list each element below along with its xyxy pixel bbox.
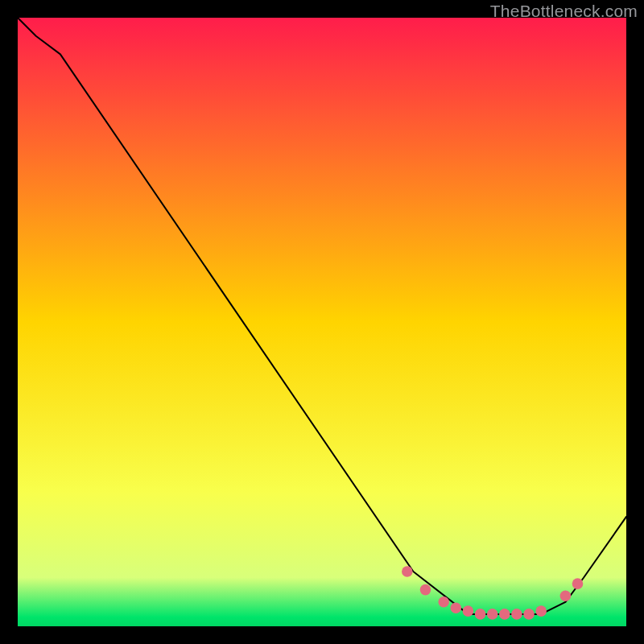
- optimal-marker: [463, 605, 474, 617]
- optimal-marker: [572, 578, 584, 589]
- optimal-marker: [535, 605, 547, 617]
- optimal-marker: [451, 603, 462, 614]
- optimal-marker: [420, 584, 431, 596]
- optimal-marker: [402, 566, 413, 577]
- optimal-marker: [499, 609, 510, 620]
- optimal-marker: [438, 597, 449, 608]
- chart-background: [18, 18, 626, 626]
- watermark-text: TheBottleneck.com: [490, 2, 638, 21]
- optimal-marker: [487, 609, 498, 620]
- optimal-marker: [475, 609, 486, 620]
- optimal-marker: [560, 590, 572, 601]
- chart-stage: TheBottleneck.com: [0, 0, 644, 644]
- optimal-marker: [523, 609, 535, 620]
- bottleneck-chart: [18, 18, 626, 626]
- optimal-marker: [511, 609, 522, 620]
